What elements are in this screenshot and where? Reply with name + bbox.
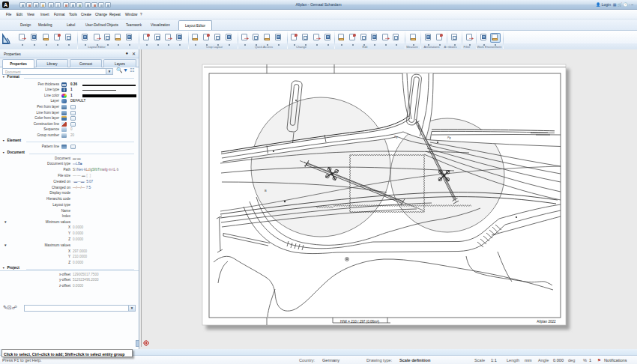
- svg-text:H/W = 210 / 297 (0.06m²): H/W = 210 / 297 (0.06m²): [340, 320, 379, 324]
- svg-text:B: B: [265, 189, 267, 192]
- svg-text:Pg: Pg: [394, 136, 397, 139]
- svg-text:Pg: Pg: [447, 136, 450, 139]
- svg-text:Allplan 2022: Allplan 2022: [537, 320, 556, 324]
